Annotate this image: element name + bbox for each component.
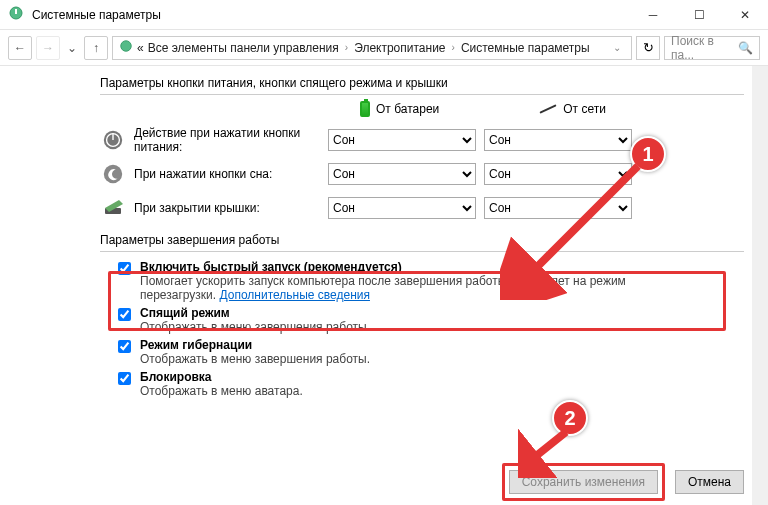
nav-forward-button[interactable]: → <box>36 36 60 60</box>
nav-back-button[interactable]: ← <box>8 36 32 60</box>
power-button-label: Действие при нажатии кнопки питания: <box>134 126 320 155</box>
power-button-ac-select[interactable]: Сон <box>484 129 632 151</box>
fast-startup-title: Включить быстрый запуск (рекомендуется) <box>140 260 700 274</box>
mains-column-label: От сети <box>563 102 606 116</box>
annotation-highlight-2: Сохранить изменения <box>502 463 665 501</box>
svg-point-2 <box>121 41 132 52</box>
battery-column-label: От батареи <box>376 102 439 116</box>
lock-checkbox[interactable] <box>118 372 131 385</box>
breadcrumb-item[interactable]: Все элементы панели управления <box>148 41 339 55</box>
search-input[interactable]: Поиск в па... 🔍 <box>664 36 760 60</box>
control-panel-icon <box>8 5 24 24</box>
chevron-right-icon: › <box>343 42 350 53</box>
chevron-down-icon[interactable]: ⌄ <box>611 42 623 53</box>
hibernate-checkbox[interactable] <box>118 340 131 353</box>
lid-close-label: При закрытии крышки: <box>134 201 320 215</box>
hibernate-title: Режим гибернации <box>140 338 370 352</box>
hibernate-desc: Отображать в меню завершения работы. <box>140 352 370 366</box>
hibernate-item: Режим гибернации Отображать в меню завер… <box>100 336 744 368</box>
nav-up-button[interactable]: ↑ <box>84 36 108 60</box>
sleep-button-label: При нажатии кнопки сна: <box>134 167 320 181</box>
lock-item: Блокировка Отображать в меню аватара. <box>100 368 744 400</box>
save-button[interactable]: Сохранить изменения <box>509 470 658 494</box>
close-button[interactable]: ✕ <box>722 0 768 30</box>
breadcrumb-item[interactable]: Системные параметры <box>461 41 590 55</box>
chevron-right-icon: › <box>450 42 457 53</box>
divider <box>100 94 744 95</box>
power-button-row: Действие при нажатии кнопки питания: Сон… <box>100 123 744 157</box>
maximize-button[interactable]: ☐ <box>676 0 722 30</box>
svg-point-6 <box>104 165 122 183</box>
power-buttons-group-title: Параметры кнопки питания, кнопки спящего… <box>100 72 744 92</box>
sleep-button-row: При нажатии кнопки сна: Сон Сон <box>100 157 744 191</box>
minimize-button[interactable]: ─ <box>630 0 676 30</box>
lock-desc: Отображать в меню аватара. <box>140 384 303 398</box>
footer: Сохранить изменения Отмена <box>0 459 768 505</box>
svg-rect-1 <box>15 9 17 14</box>
cancel-button[interactable]: Отмена <box>675 470 744 494</box>
fast-startup-checkbox[interactable] <box>118 262 131 275</box>
fast-startup-more-link[interactable]: Дополнительные сведения <box>219 288 369 302</box>
plug-icon <box>540 104 557 113</box>
breadcrumb-item[interactable]: Электропитание <box>354 41 445 55</box>
sleep-button-ac-select[interactable]: Сон <box>484 163 632 185</box>
sleep-button-battery-select[interactable]: Сон <box>328 163 476 185</box>
control-panel-icon <box>119 39 133 56</box>
sleep-title: Спящий режим <box>140 306 370 320</box>
lock-title: Блокировка <box>140 370 303 384</box>
sleep-checkbox[interactable] <box>118 308 131 321</box>
power-button-battery-select[interactable]: Сон <box>328 129 476 151</box>
fast-startup-desc: Помогает ускорить запуск компьютера посл… <box>140 274 700 302</box>
lid-close-battery-select[interactable]: Сон <box>328 197 476 219</box>
laptop-icon <box>100 195 126 221</box>
battery-icon <box>360 101 370 117</box>
breadcrumb-prefix: « <box>137 41 144 55</box>
search-placeholder: Поиск в па... <box>671 34 734 62</box>
nav-history-dropdown[interactable]: ⌄ <box>64 41 80 55</box>
power-icon <box>100 127 126 153</box>
refresh-button[interactable]: ↻ <box>636 36 660 60</box>
shutdown-group-title: Параметры завершения работы <box>100 229 744 249</box>
sleep-item: Спящий режим Отображать в меню завершени… <box>100 304 744 336</box>
fast-startup-item: Включить быстрый запуск (рекомендуется) … <box>100 258 744 304</box>
search-icon: 🔍 <box>738 41 753 55</box>
window-title: Системные параметры <box>32 8 161 22</box>
sleep-icon <box>100 161 126 187</box>
lid-close-row: При закрытии крышки: Сон Сон <box>100 191 744 225</box>
title-bar: Системные параметры ─ ☐ ✕ <box>0 0 768 30</box>
sleep-desc: Отображать в меню завершения работы. <box>140 320 370 334</box>
divider <box>100 251 744 252</box>
breadcrumb[interactable]: « Все элементы панели управления › Элект… <box>112 36 632 60</box>
lid-close-ac-select[interactable]: Сон <box>484 197 632 219</box>
toolbar: ← → ⌄ ↑ « Все элементы панели управления… <box>0 30 768 66</box>
column-headers: От батареи От сети <box>360 101 744 123</box>
